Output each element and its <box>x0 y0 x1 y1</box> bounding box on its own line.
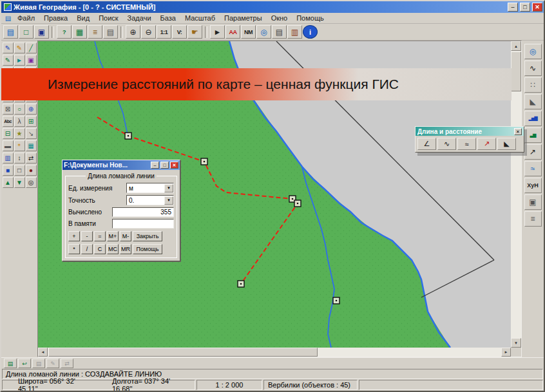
stack-icon[interactable]: ≡ <box>524 211 542 227</box>
rect-tool-icon[interactable]: ▬ <box>3 140 14 151</box>
dialog-minimize-button[interactable]: – <box>151 162 159 169</box>
draw-polyline-icon[interactable]: ✎ <box>3 55 14 66</box>
burst-icon[interactable]: ＊ <box>14 140 25 151</box>
label-nm-icon[interactable]: NM <box>241 25 256 39</box>
zoom-actual-icon[interactable]: 1:1 <box>157 25 171 39</box>
menu-search[interactable]: Поиск <box>94 14 122 23</box>
scroll-right-icon[interactable]: ► <box>501 348 511 357</box>
dual-chart-icon[interactable]: ▃▆ <box>524 127 542 143</box>
unit-select[interactable]: м ▼ <box>126 183 174 193</box>
info-icon[interactable]: i <box>303 25 318 39</box>
measure-dialog[interactable]: F:\Документы Нов... – □ ✕ Длина ломаной … <box>62 160 180 261</box>
up-triangle-icon[interactable]: ▲ <box>3 177 14 188</box>
chevron-down-icon[interactable]: ▼ <box>164 184 173 192</box>
measure-dialog-titlebar[interactable]: F:\Документы Нов... – □ ✕ <box>62 160 180 170</box>
scroll-left-icon[interactable]: ◄ <box>38 348 48 357</box>
measure-marker[interactable] <box>333 297 339 304</box>
map-info-icon[interactable]: ? <box>57 25 72 39</box>
waves-icon[interactable]: ≈ <box>524 161 542 176</box>
legend-icon[interactable]: ▤ <box>103 25 118 39</box>
menu-file[interactable]: Файл <box>13 14 39 23</box>
measure-segment-icon[interactable]: ∠ <box>417 138 436 150</box>
zoom-window-icon[interactable]: V: <box>172 25 187 39</box>
back-step-icon[interactable]: ↩ <box>18 359 31 368</box>
title-bar[interactable]: Живая География - [0 - ? - СИСТЕМНЫЙ] – … <box>1 1 544 13</box>
menu-window[interactable]: Окно <box>267 14 292 23</box>
print-icon[interactable]: ▤ <box>272 25 287 39</box>
zoom-out-icon[interactable]: ⊖ <box>141 25 156 39</box>
menu-base[interactable]: База <box>156 14 180 23</box>
zoom-in-icon[interactable]: ⊕ <box>126 25 140 39</box>
trend-icon[interactable]: ↗ <box>524 144 542 160</box>
multiply-button[interactable]: * <box>68 244 80 254</box>
draw-line-icon[interactable]: ╱ <box>26 42 37 53</box>
chevron-down-icon[interactable]: ▼ <box>164 196 173 205</box>
grid-add-icon[interactable]: ⊞ <box>26 116 37 127</box>
books-icon[interactable]: ▥ <box>287 25 302 39</box>
join-line-icon[interactable]: ⊠ <box>3 104 14 115</box>
point-icon[interactable]: ● <box>26 165 37 176</box>
profile-chart-icon[interactable]: ▂▅▇ <box>524 111 542 126</box>
memory-minus-button[interactable]: М- <box>120 231 131 241</box>
memory-recall-button[interactable]: МR <box>120 244 131 254</box>
horizontal-scrollbar-thumb[interactable] <box>48 348 318 357</box>
pan-hand-icon[interactable]: ☛ <box>187 25 202 39</box>
layer-list-icon[interactable]: ≡ <box>88 25 102 39</box>
menu-params[interactable]: Параметры <box>220 14 267 23</box>
measure-toolbar[interactable]: Длина и расстояние ✕ ∠∿≈↗◣ <box>415 126 524 153</box>
edit-pencil-icon[interactable]: ✎ <box>3 42 14 53</box>
book-icon[interactable]: ▤ <box>3 25 18 39</box>
menu-help[interactable]: Помощь <box>292 14 329 23</box>
scroll-down-icon[interactable]: ▼ <box>511 338 521 348</box>
help-button[interactable]: Помощь <box>133 244 162 254</box>
close-button[interactable]: ✕ <box>532 3 542 12</box>
down-triangle-icon[interactable]: ▼ <box>14 177 25 188</box>
measure-azimuth-icon[interactable]: ↗ <box>477 138 496 150</box>
points-grid-icon[interactable]: ∷ <box>524 77 542 93</box>
slope-icon[interactable]: ◣ <box>524 94 542 109</box>
scroll-up-icon[interactable]: ▲ <box>511 41 521 51</box>
dialog-close-icon[interactable]: ✕ <box>170 162 178 169</box>
blue-square-icon[interactable]: ■ <box>3 165 14 176</box>
measure-marker[interactable] <box>125 133 131 139</box>
close-dialog-button[interactable]: Закрыть <box>133 231 162 241</box>
memory-clear-button[interactable]: МС <box>107 244 119 254</box>
globe-icon[interactable]: ◎ <box>524 44 542 59</box>
new-map-icon[interactable]: □ <box>19 25 33 39</box>
dialog-maximize-button[interactable]: □ <box>160 162 169 169</box>
clear-button[interactable]: С <box>94 244 106 254</box>
menu-tasks[interactable]: Задачи <box>123 14 156 23</box>
text-label-icon[interactable]: Abc <box>3 116 14 127</box>
memory-plus-button[interactable]: М+ <box>107 231 119 241</box>
sheet-icon[interactable]: ▥ <box>3 153 14 163</box>
minus-button[interactable]: - <box>81 231 93 241</box>
measure-marker[interactable] <box>238 281 244 287</box>
grid-remove-icon[interactable]: ⊟ <box>3 128 14 139</box>
menu-scale[interactable]: Масштаб <box>180 14 220 23</box>
measure-toolbar-close-icon[interactable]: ✕ <box>514 128 522 135</box>
xyh-icon[interactable]: XyH <box>524 178 542 193</box>
fill-area-icon[interactable]: ▣ <box>26 55 37 66</box>
formula-icon[interactable]: λ <box>14 116 25 127</box>
outline-square-icon[interactable]: □ <box>14 165 25 176</box>
target-icon[interactable]: ◎ <box>26 177 37 188</box>
vertical-flip-icon[interactable]: ↕ <box>14 153 25 163</box>
measure-area-icon[interactable]: ◣ <box>497 138 516 150</box>
menu-view[interactable]: Вид <box>72 14 94 23</box>
menu-edit[interactable]: Правка <box>39 14 72 23</box>
curve-icon[interactable]: ∿ <box>524 61 542 76</box>
label-aa-icon[interactable]: AA <box>225 25 240 39</box>
map-sheet-icon[interactable]: ▦ <box>72 25 87 39</box>
extent-icon[interactable]: ↘ <box>26 128 37 139</box>
swap-icon[interactable]: ⇄ <box>26 153 37 163</box>
measure-toolbar-titlebar[interactable]: Длина и расстояние ✕ <box>416 127 524 136</box>
maximize-button[interactable]: □ <box>520 3 530 12</box>
menu-book-icon[interactable]: ▤ <box>3 15 13 22</box>
circle-tool-icon[interactable]: ○ <box>14 104 25 115</box>
save-icon[interactable]: ▣ <box>34 25 49 39</box>
horizontal-scrollbar[interactable]: ◄ ► <box>38 348 511 357</box>
vertical-scrollbar[interactable]: ▲ ▼ <box>511 41 521 348</box>
layers-icon[interactable]: ▣ <box>524 194 542 210</box>
map-edit-icon[interactable]: ◎ <box>256 25 271 39</box>
measure-marker[interactable] <box>201 158 207 165</box>
